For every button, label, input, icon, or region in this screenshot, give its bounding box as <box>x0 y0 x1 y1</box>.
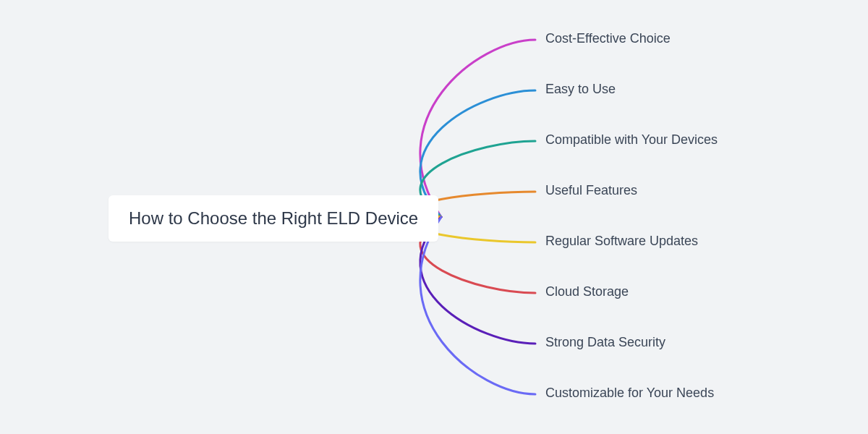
branch-topic[interactable]: Compatible with Your Devices <box>545 132 718 148</box>
branch-topic[interactable]: Useful Features <box>545 183 637 198</box>
branch-topic[interactable]: Customizable for Your Needs <box>545 386 714 401</box>
branch-topic[interactable]: Cost-Effective Choice <box>545 31 671 46</box>
connector-line <box>420 40 535 217</box>
branch-topic[interactable]: Cloud Storage <box>545 284 629 299</box>
branch-topic[interactable]: Regular Software Updates <box>545 234 698 249</box>
mindmap-canvas: How to Choose the Right ELD Device Cost-… <box>0 0 868 434</box>
branch-topic[interactable]: Easy to Use <box>545 82 616 97</box>
branch-topic[interactable]: Strong Data Security <box>545 335 665 350</box>
center-topic[interactable]: How to Choose the Right ELD Device <box>109 195 438 242</box>
connector-line <box>420 217 535 394</box>
